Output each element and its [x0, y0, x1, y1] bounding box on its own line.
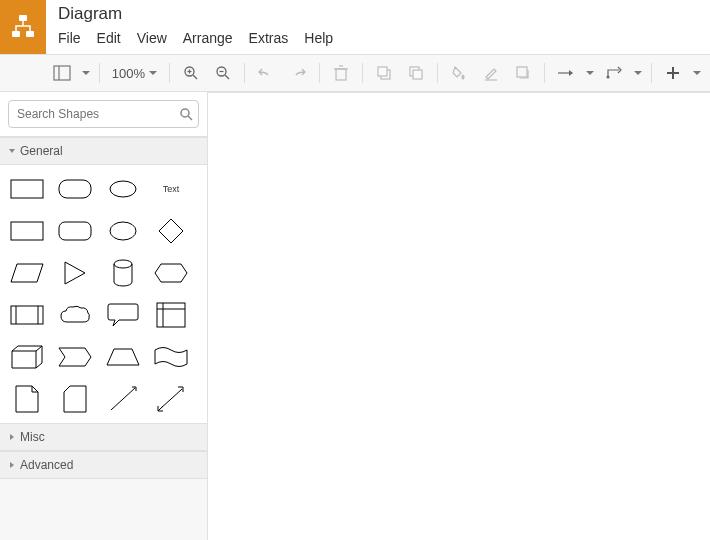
svg-rect-30: [11, 222, 43, 240]
shape-rectangle[interactable]: [6, 173, 48, 205]
search-input[interactable]: [8, 100, 199, 128]
chevron-right-icon: [8, 461, 16, 469]
undo-button[interactable]: [251, 59, 281, 87]
menu-extras[interactable]: Extras: [249, 30, 289, 46]
shape-internal-storage[interactable]: [150, 299, 192, 331]
menu-file[interactable]: File: [58, 30, 81, 46]
shape-tape[interactable]: [150, 341, 192, 373]
svg-point-22: [607, 76, 610, 79]
svg-rect-2: [26, 31, 34, 37]
shape-line[interactable]: [102, 383, 144, 415]
chevron-right-icon: [8, 433, 16, 441]
palette-section-label: Advanced: [20, 458, 73, 472]
palette-section-label: General: [20, 144, 63, 158]
shape-text[interactable]: Text: [150, 173, 192, 205]
svg-line-41: [160, 389, 182, 409]
sidebar: General Text: [0, 92, 208, 540]
svg-line-40: [111, 388, 135, 410]
shape-rounded-rect2[interactable]: [54, 215, 96, 247]
fill-color-button[interactable]: [444, 59, 474, 87]
shape-step[interactable]: [54, 341, 96, 373]
connection-dropdown[interactable]: [583, 59, 597, 87]
view-mode-button[interactable]: [47, 59, 77, 87]
svg-rect-31: [59, 222, 91, 240]
shape-hexagon[interactable]: [150, 257, 192, 289]
shape-triangle[interactable]: [54, 257, 96, 289]
zoom-value: 100%: [112, 66, 145, 81]
shape-bidir-arrow[interactable]: [150, 383, 192, 415]
shape-ellipse2[interactable]: [102, 215, 144, 247]
shape-cloud[interactable]: [54, 299, 96, 331]
app-logo: [0, 0, 46, 54]
svg-point-33: [114, 260, 132, 268]
shape-parallelogram[interactable]: [6, 257, 48, 289]
shadow-button[interactable]: [508, 59, 538, 87]
toolbar: 100%: [41, 54, 710, 92]
shape-process[interactable]: [6, 299, 48, 331]
add-button[interactable]: [658, 59, 688, 87]
zoom-out-button[interactable]: [208, 59, 238, 87]
shape-ellipse[interactable]: [102, 173, 144, 205]
add-dropdown[interactable]: [690, 59, 704, 87]
shape-card[interactable]: [54, 383, 96, 415]
view-mode-dropdown[interactable]: [79, 59, 93, 87]
palette-section-advanced[interactable]: Advanced: [0, 451, 207, 479]
svg-rect-16: [378, 67, 387, 76]
connection-button[interactable]: [551, 59, 581, 87]
line-color-button[interactable]: [476, 59, 506, 87]
shape-diamond[interactable]: [150, 215, 192, 247]
canvas[interactable]: [208, 92, 710, 540]
search-icon: [179, 107, 193, 121]
shape-trapezoid[interactable]: [102, 341, 144, 373]
palette-general-body: Text: [0, 165, 207, 423]
header: Diagram File Edit View Arrange Extras He…: [0, 0, 710, 54]
svg-point-25: [181, 109, 189, 117]
shape-rounded-rect[interactable]: [54, 173, 96, 205]
zoom-in-button[interactable]: [176, 59, 206, 87]
app-title: Diagram: [58, 4, 333, 24]
menu-view[interactable]: View: [137, 30, 167, 46]
to-back-button[interactable]: [401, 59, 431, 87]
shape-note[interactable]: [6, 383, 48, 415]
waypoint-dropdown[interactable]: [631, 59, 645, 87]
shape-cube[interactable]: [6, 341, 48, 373]
svg-line-26: [188, 116, 192, 120]
menubar: File Edit View Arrange Extras Help: [58, 30, 333, 46]
redo-button[interactable]: [283, 59, 313, 87]
delete-button[interactable]: [326, 59, 356, 87]
shape-cylinder[interactable]: [102, 257, 144, 289]
zoom-level[interactable]: 100%: [106, 66, 163, 81]
waypoint-button[interactable]: [599, 59, 629, 87]
svg-rect-12: [336, 69, 346, 80]
svg-rect-37: [157, 303, 185, 327]
svg-rect-3: [54, 66, 70, 80]
shape-rectangle2[interactable]: [6, 215, 48, 247]
palette-section-misc[interactable]: Misc: [0, 423, 207, 451]
chevron-down-icon: [8, 147, 16, 155]
palette-section-label: Misc: [20, 430, 45, 444]
svg-point-29: [110, 181, 136, 197]
svg-rect-20: [517, 67, 527, 77]
svg-rect-1: [12, 31, 20, 37]
svg-rect-28: [59, 180, 91, 198]
menu-arrange[interactable]: Arrange: [183, 30, 233, 46]
svg-rect-27: [11, 180, 43, 198]
to-front-button[interactable]: [369, 59, 399, 87]
svg-point-32: [110, 222, 136, 240]
svg-line-10: [225, 75, 229, 79]
menu-edit[interactable]: Edit: [97, 30, 121, 46]
svg-line-6: [193, 75, 197, 79]
svg-rect-0: [19, 15, 27, 21]
menu-help[interactable]: Help: [304, 30, 333, 46]
svg-rect-18: [413, 70, 422, 79]
shape-callout[interactable]: [102, 299, 144, 331]
palette-section-general[interactable]: General: [0, 137, 207, 165]
